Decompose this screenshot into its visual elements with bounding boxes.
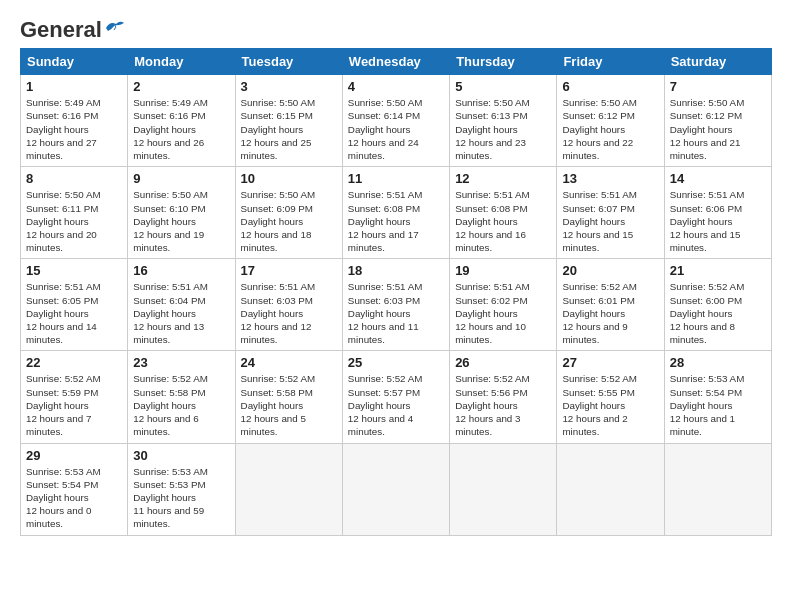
logo: General [20, 18, 126, 38]
day-info: Sunrise: 5:51 AMSunset: 6:03 PMDaylight … [241, 280, 337, 346]
table-row: 25Sunrise: 5:52 AMSunset: 5:57 PMDayligh… [342, 351, 449, 443]
day-number: 6 [562, 79, 658, 94]
table-row: 26Sunrise: 5:52 AMSunset: 5:56 PMDayligh… [450, 351, 557, 443]
table-row: 22Sunrise: 5:52 AMSunset: 5:59 PMDayligh… [21, 351, 128, 443]
day-info: Sunrise: 5:49 AMSunset: 6:16 PMDaylight … [133, 96, 229, 162]
calendar-table: Sunday Monday Tuesday Wednesday Thursday… [20, 48, 772, 535]
calendar-week-row: 29Sunrise: 5:53 AMSunset: 5:54 PMDayligh… [21, 443, 772, 535]
table-row: 21Sunrise: 5:52 AMSunset: 6:00 PMDayligh… [664, 259, 771, 351]
day-number: 26 [455, 355, 551, 370]
day-number: 12 [455, 171, 551, 186]
day-info: Sunrise: 5:53 AMSunset: 5:54 PMDaylight … [670, 372, 766, 438]
day-info: Sunrise: 5:52 AMSunset: 5:59 PMDaylight … [26, 372, 122, 438]
day-info: Sunrise: 5:50 AMSunset: 6:09 PMDaylight … [241, 188, 337, 254]
day-number: 17 [241, 263, 337, 278]
day-info: Sunrise: 5:50 AMSunset: 6:15 PMDaylight … [241, 96, 337, 162]
day-info: Sunrise: 5:51 AMSunset: 6:04 PMDaylight … [133, 280, 229, 346]
day-info: Sunrise: 5:51 AMSunset: 6:06 PMDaylight … [670, 188, 766, 254]
day-info: Sunrise: 5:51 AMSunset: 6:08 PMDaylight … [348, 188, 444, 254]
day-number: 24 [241, 355, 337, 370]
table-row: 3Sunrise: 5:50 AMSunset: 6:15 PMDaylight… [235, 75, 342, 167]
day-info: Sunrise: 5:52 AMSunset: 6:01 PMDaylight … [562, 280, 658, 346]
calendar-week-row: 1Sunrise: 5:49 AMSunset: 6:16 PMDaylight… [21, 75, 772, 167]
table-row: 18Sunrise: 5:51 AMSunset: 6:03 PMDayligh… [342, 259, 449, 351]
table-row: 29Sunrise: 5:53 AMSunset: 5:54 PMDayligh… [21, 443, 128, 535]
table-row: 5Sunrise: 5:50 AMSunset: 6:13 PMDaylight… [450, 75, 557, 167]
day-info: Sunrise: 5:52 AMSunset: 6:00 PMDaylight … [670, 280, 766, 346]
table-row: 4Sunrise: 5:50 AMSunset: 6:14 PMDaylight… [342, 75, 449, 167]
day-number: 10 [241, 171, 337, 186]
day-number: 2 [133, 79, 229, 94]
day-number: 11 [348, 171, 444, 186]
day-number: 3 [241, 79, 337, 94]
day-number: 16 [133, 263, 229, 278]
table-row: 30Sunrise: 5:53 AMSunset: 5:53 PMDayligh… [128, 443, 235, 535]
day-number: 13 [562, 171, 658, 186]
table-row: 27Sunrise: 5:52 AMSunset: 5:55 PMDayligh… [557, 351, 664, 443]
day-info: Sunrise: 5:49 AMSunset: 6:16 PMDaylight … [26, 96, 122, 162]
header-sunday: Sunday [21, 49, 128, 75]
day-info: Sunrise: 5:50 AMSunset: 6:14 PMDaylight … [348, 96, 444, 162]
day-number: 4 [348, 79, 444, 94]
table-row: 16Sunrise: 5:51 AMSunset: 6:04 PMDayligh… [128, 259, 235, 351]
day-number: 20 [562, 263, 658, 278]
page: General Sunday Monday Tuesday Wednesday … [0, 0, 792, 546]
day-number: 8 [26, 171, 122, 186]
day-number: 30 [133, 448, 229, 463]
table-row: 9Sunrise: 5:50 AMSunset: 6:10 PMDaylight… [128, 167, 235, 259]
table-row: 11Sunrise: 5:51 AMSunset: 6:08 PMDayligh… [342, 167, 449, 259]
table-row [664, 443, 771, 535]
day-info: Sunrise: 5:52 AMSunset: 5:56 PMDaylight … [455, 372, 551, 438]
day-info: Sunrise: 5:52 AMSunset: 5:58 PMDaylight … [241, 372, 337, 438]
table-row: 20Sunrise: 5:52 AMSunset: 6:01 PMDayligh… [557, 259, 664, 351]
table-row [557, 443, 664, 535]
table-row: 17Sunrise: 5:51 AMSunset: 6:03 PMDayligh… [235, 259, 342, 351]
table-row: 1Sunrise: 5:49 AMSunset: 6:16 PMDaylight… [21, 75, 128, 167]
table-row: 15Sunrise: 5:51 AMSunset: 6:05 PMDayligh… [21, 259, 128, 351]
day-number: 25 [348, 355, 444, 370]
day-number: 28 [670, 355, 766, 370]
logo-text: General [20, 18, 102, 42]
day-number: 1 [26, 79, 122, 94]
table-row: 13Sunrise: 5:51 AMSunset: 6:07 PMDayligh… [557, 167, 664, 259]
table-row: 12Sunrise: 5:51 AMSunset: 6:08 PMDayligh… [450, 167, 557, 259]
day-info: Sunrise: 5:51 AMSunset: 6:02 PMDaylight … [455, 280, 551, 346]
day-info: Sunrise: 5:50 AMSunset: 6:12 PMDaylight … [562, 96, 658, 162]
table-row: 8Sunrise: 5:50 AMSunset: 6:11 PMDaylight… [21, 167, 128, 259]
day-info: Sunrise: 5:51 AMSunset: 6:03 PMDaylight … [348, 280, 444, 346]
bird-icon [104, 19, 126, 37]
table-row: 2Sunrise: 5:49 AMSunset: 6:16 PMDaylight… [128, 75, 235, 167]
day-number: 5 [455, 79, 551, 94]
header-thursday: Thursday [450, 49, 557, 75]
header-wednesday: Wednesday [342, 49, 449, 75]
calendar-week-row: 15Sunrise: 5:51 AMSunset: 6:05 PMDayligh… [21, 259, 772, 351]
day-number: 21 [670, 263, 766, 278]
day-info: Sunrise: 5:53 AMSunset: 5:54 PMDaylight … [26, 465, 122, 531]
table-row [450, 443, 557, 535]
day-number: 9 [133, 171, 229, 186]
day-number: 22 [26, 355, 122, 370]
calendar-week-row: 22Sunrise: 5:52 AMSunset: 5:59 PMDayligh… [21, 351, 772, 443]
table-row: 14Sunrise: 5:51 AMSunset: 6:06 PMDayligh… [664, 167, 771, 259]
table-row: 6Sunrise: 5:50 AMSunset: 6:12 PMDaylight… [557, 75, 664, 167]
table-row: 19Sunrise: 5:51 AMSunset: 6:02 PMDayligh… [450, 259, 557, 351]
day-info: Sunrise: 5:50 AMSunset: 6:11 PMDaylight … [26, 188, 122, 254]
table-row [342, 443, 449, 535]
day-info: Sunrise: 5:51 AMSunset: 6:07 PMDaylight … [562, 188, 658, 254]
table-row [235, 443, 342, 535]
day-info: Sunrise: 5:50 AMSunset: 6:13 PMDaylight … [455, 96, 551, 162]
day-number: 27 [562, 355, 658, 370]
header-saturday: Saturday [664, 49, 771, 75]
table-row: 28Sunrise: 5:53 AMSunset: 5:54 PMDayligh… [664, 351, 771, 443]
header-tuesday: Tuesday [235, 49, 342, 75]
day-number: 18 [348, 263, 444, 278]
day-info: Sunrise: 5:51 AMSunset: 6:08 PMDaylight … [455, 188, 551, 254]
day-number: 7 [670, 79, 766, 94]
weekday-header-row: Sunday Monday Tuesday Wednesday Thursday… [21, 49, 772, 75]
day-number: 29 [26, 448, 122, 463]
day-info: Sunrise: 5:52 AMSunset: 5:57 PMDaylight … [348, 372, 444, 438]
header: General [20, 18, 772, 38]
table-row: 24Sunrise: 5:52 AMSunset: 5:58 PMDayligh… [235, 351, 342, 443]
day-number: 23 [133, 355, 229, 370]
table-row: 10Sunrise: 5:50 AMSunset: 6:09 PMDayligh… [235, 167, 342, 259]
